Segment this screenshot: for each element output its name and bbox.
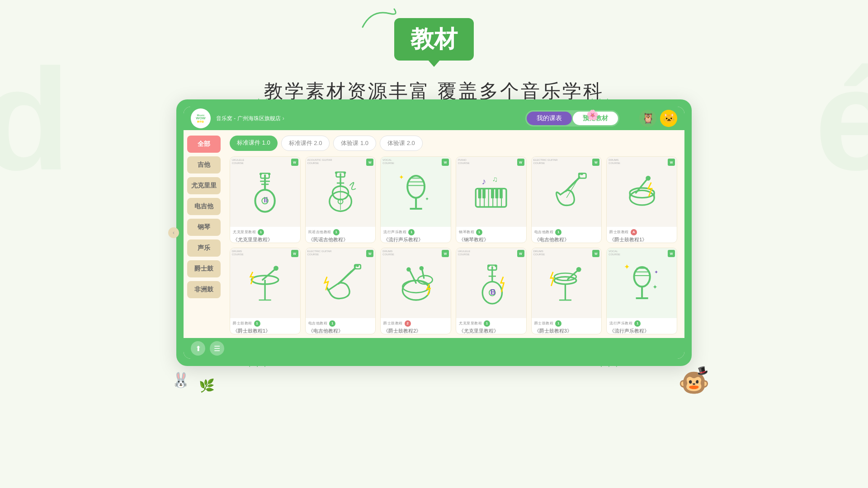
- svg-point-46: [580, 173, 583, 175]
- course-logo-4: W: [517, 159, 524, 166]
- course-card-vocal-2[interactable]: VOCALCOURSE W ✦: [606, 248, 677, 334]
- sidebar-item-vocal[interactable]: 声乐: [187, 239, 221, 257]
- drums2-icon: [241, 258, 289, 307]
- title-badge: 教材: [394, 18, 474, 61]
- filter-trial-2[interactable]: 体验课 2.0: [380, 136, 423, 151]
- course-logo-9: W: [442, 250, 449, 257]
- decor-flowers-nav: 🌸: [586, 109, 599, 121]
- svg-point-85: [634, 267, 650, 286]
- sidebar-item-all[interactable]: 全部: [187, 136, 221, 153]
- svg-point-8: [268, 173, 270, 175]
- svg-point-68: [406, 267, 410, 272]
- course-card-info-acoustic: 民谣吉他教程 1 《民谣吉他教程》: [306, 227, 376, 243]
- course-card-drums-2b[interactable]: DRUMSCOURSE W: [380, 248, 451, 334]
- badge-tail: [428, 60, 440, 67]
- course-logo-12: W: [668, 250, 675, 257]
- course-card-info-drums2a: 爵士鼓教程 1 《爵士鼓教程1》: [230, 318, 300, 334]
- svg-point-52: [646, 176, 651, 181]
- course-card-img-acoustic: ACOUSTIC GUITARCOURSE W: [306, 157, 376, 227]
- course-type-badge-8: 电吉他教程 1: [308, 320, 373, 327]
- course-type-badge-6: 爵士鼓教程 A: [609, 229, 674, 235]
- drums3-icon: [392, 258, 440, 307]
- filter-standard-2[interactable]: 标准课件 2.0: [281, 136, 330, 151]
- svg-rect-37: [500, 189, 503, 199]
- decor-dots-bottom-right: · · ·: [600, 362, 619, 371]
- course-img-tag-2: ACOUSTIC GUITARCOURSE: [307, 159, 332, 165]
- course-full-name-8: 《电吉他教程》: [308, 328, 373, 334]
- electric-guitar2-icon: [316, 258, 365, 307]
- course-card-img-drums1: DRUMSCOURSE W: [607, 157, 677, 227]
- course-img-tag-9: DRUMSCOURSE: [382, 250, 394, 256]
- course-card-img-drums2a: DRUMSCOURSE W: [230, 248, 300, 318]
- course-full-name-5: 《电吉他教程》: [534, 236, 599, 243]
- course-card-ukulele-2[interactable]: UKULELECOURSE W B: [456, 248, 527, 334]
- course-card-img-drums2c: DRUMSCOURSE W: [532, 248, 602, 318]
- svg-rect-36: [495, 189, 499, 199]
- course-card-info-vocal: 流行声乐教程 1 《流行声乐教程》: [381, 227, 451, 243]
- sidebar-item-african-drum[interactable]: 非洲鼓: [187, 281, 221, 298]
- svg-rect-35: [491, 189, 494, 199]
- course-card-img-drums2b: DRUMSCOURSE W: [381, 248, 451, 318]
- course-full-name-2: 《民谣吉他教程》: [308, 236, 373, 243]
- course-card-ukulele[interactable]: UKULELECOURSE W II: [230, 156, 301, 243]
- svg-line-56: [263, 270, 275, 280]
- svg-point-45: [578, 173, 580, 175]
- course-card-drums-1[interactable]: DRUMSCOURSE W: [606, 156, 677, 243]
- svg-point-17: [344, 172, 346, 174]
- course-card-electric-guitar[interactable]: ELECTRIC GUITARCOURSE W: [531, 156, 602, 243]
- course-card-drums-2a[interactable]: DRUMSCOURSE W: [230, 248, 301, 334]
- store-nav-arrow[interactable]: ›: [283, 115, 284, 122]
- course-img-tag-5: ELECTRIC GUITARCOURSE: [533, 159, 558, 165]
- decor-dots-bottom-left: · · ·: [249, 362, 268, 371]
- sidebar-item-ukulele[interactable]: 尤克里里: [187, 177, 221, 194]
- left-nav-arrow[interactable]: ‹: [168, 227, 179, 238]
- decor-dots-top-right: · · ·: [591, 95, 610, 103]
- course-img-tag-4: PIANOCOURSE: [458, 159, 470, 165]
- course-type-badge-9: 爵士鼓教程 2: [383, 320, 448, 327]
- course-card-vocal[interactable]: VOCALCOURSE W: [380, 156, 451, 243]
- upload-button[interactable]: ⬆: [191, 341, 205, 356]
- sidebar-item-piano[interactable]: 钢琴: [187, 219, 221, 236]
- course-full-name-9: 《爵士鼓教程2》: [383, 328, 448, 334]
- course-img-tag-11: DRUMSCOURSE: [533, 250, 545, 256]
- course-full-name-11: 《爵士鼓教程3》: [534, 328, 599, 334]
- menu-button[interactable]: ☰: [210, 341, 224, 356]
- course-img-tag-3: VOCALCOURSE: [382, 159, 394, 165]
- nav-tabs: 我的课表 预览教材: [525, 110, 619, 127]
- tab-my-lessons[interactable]: 我的课表: [527, 112, 572, 125]
- filter-trial-1[interactable]: 体验课 1.0: [333, 136, 376, 151]
- course-card-info-ukulele2: 尤克里里教程 1 《尤克里里教程》: [456, 318, 526, 334]
- course-card-drums-2c[interactable]: DRUMSCOURSE W: [531, 248, 602, 334]
- electric-guitar-icon: [542, 167, 591, 216]
- course-type-badge-11: 爵士鼓教程 1: [534, 320, 599, 327]
- sidebar-item-electric-guitar[interactable]: 电吉他: [187, 198, 221, 215]
- filter-tabs: 标准课件 1.0 标准课件 2.0 体验课 1.0 体验课 2.0: [230, 136, 679, 151]
- course-logo-10: W: [517, 250, 524, 257]
- sidebar-item-guitar[interactable]: 吉他: [187, 156, 221, 174]
- course-card-acoustic-guitar[interactable]: ACOUSTIC GUITARCOURSE W: [305, 156, 376, 243]
- course-card-piano[interactable]: PIANOCOURSE W: [456, 156, 527, 243]
- course-card-img-vocal: VOCALCOURSE W: [381, 157, 451, 227]
- sidebar-item-drums[interactable]: 爵士鼓: [187, 260, 221, 277]
- svg-point-16: [335, 172, 337, 174]
- course-logo-6: W: [668, 159, 675, 166]
- course-card-info-ukulele: 尤克里里教程 1 《尤克里里教程》: [230, 227, 300, 243]
- course-logo-3: W: [442, 159, 449, 166]
- ukulele-icon: II: [241, 167, 289, 216]
- bottom-bar: ⬆ ☰: [184, 338, 684, 359]
- course-img-tag-8: ELECTRIC GUITARCOURSE: [307, 250, 332, 256]
- course-card-electric-guitar-2[interactable]: ELECTRIC GUITARCOURSE W: [305, 248, 376, 334]
- svg-text:B: B: [491, 288, 496, 296]
- content-area: 全部 吉他 尤克里里 电吉他 钢琴 声乐 爵士鼓 非洲鼓 标准课件 1.0 标准…: [184, 130, 684, 338]
- course-type-badge-7: 爵士鼓教程 1: [233, 320, 297, 327]
- course-card-info-drums1: 爵士鼓教程 A 《爵士鼓教程1》: [607, 227, 677, 243]
- header-area: 教材 教学素材资源丰富 覆盖多个音乐学科: [0, 0, 868, 104]
- filter-standard-1[interactable]: 标准课件 1.0: [230, 136, 278, 151]
- piano-icon: ♪ ♫: [467, 167, 515, 216]
- svg-text:♪: ♪: [482, 177, 486, 186]
- course-full-name-3: 《流行声乐教程》: [383, 236, 448, 243]
- microphone-icon: ✦ ✦: [392, 167, 440, 216]
- course-img-tag-10: UKULELECOURSE: [458, 250, 470, 256]
- svg-point-77: [487, 265, 490, 267]
- sidebar: 全部 吉他 尤克里里 电吉他 钢琴 声乐 爵士鼓 非洲鼓: [184, 130, 224, 338]
